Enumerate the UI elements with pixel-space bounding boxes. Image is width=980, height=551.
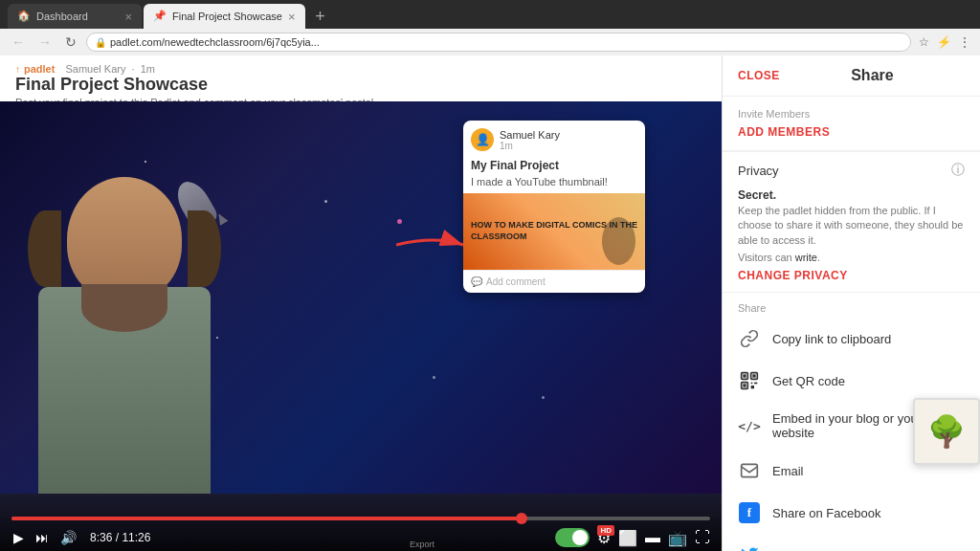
share-section-label: Share: [723, 292, 980, 318]
privacy-row: Privacy ⓘ: [723, 151, 980, 188]
tab-padlet[interactable]: 📌 Final Project Showcase ×: [144, 4, 305, 29]
share-panel: CLOSE Share Invite Members ADD MEMBERS P…: [722, 55, 980, 551]
toggle-knob: [572, 530, 588, 545]
svg-rect-5: [752, 375, 755, 378]
tree-icon: 🌳: [927, 413, 966, 450]
nav-icons: ☆ ⚡ ⋮: [917, 34, 972, 50]
fullscreen-icon[interactable]: ⛶: [695, 529, 710, 546]
add-comment-text: Add comment: [486, 276, 546, 287]
visitors-label: Visitors can: [738, 252, 792, 263]
settings-container: ⚙ HD: [597, 529, 611, 547]
cast-icon[interactable]: 📺: [668, 529, 687, 547]
post-card-header: 👤 Samuel Kary 1m: [463, 121, 645, 159]
email-label: Email: [772, 464, 804, 478]
pip-icon[interactable]: ⬜: [618, 529, 637, 547]
facebook-item[interactable]: f Share on Facebook: [723, 492, 980, 534]
close-button[interactable]: CLOSE: [738, 69, 780, 82]
svg-rect-4: [743, 375, 746, 378]
skip-button[interactable]: ⏭: [33, 528, 51, 547]
post-user-info: Samuel Kary 1m: [500, 129, 560, 151]
back-button[interactable]: ←: [8, 33, 29, 52]
video-controls: ▶ ⏭ 🔊 8:36 / 11:26 ⚙ HD ⬜: [0, 494, 722, 551]
copy-link-item[interactable]: Copy link to clipboard: [723, 318, 980, 360]
play-button[interactable]: ▶: [11, 528, 26, 547]
padlet-user-inline: Samuel Kary · 1m: [65, 63, 155, 75]
progress-fill: [11, 517, 522, 520]
share-panel-title: Share: [780, 67, 965, 84]
invite-members-label: Invite Members: [738, 108, 965, 120]
theater-icon[interactable]: ▬: [645, 529, 660, 546]
progress-dot: [516, 513, 527, 524]
svg-rect-6: [743, 385, 746, 387]
tab-bar: 🏠 Dashboard × 📌 Final Project Showcase ×…: [0, 0, 980, 29]
main-layout: ↑ padlet Samuel Kary · 1m Final Project …: [0, 55, 980, 551]
twitter-icon: [738, 543, 761, 551]
refresh-button[interactable]: ↻: [61, 33, 80, 52]
video-area: ↑ padlet Samuel Kary · 1m Final Project …: [0, 55, 722, 551]
address-text: padlet.com/newedtechclassroom/6j7qc5yia.…: [110, 36, 902, 48]
space-background: 👤 Samuel Kary 1m My Final Project I made…: [0, 101, 722, 494]
secret-description: Keep the padlet hidden from the public. …: [738, 204, 965, 248]
padlet-logo: ↑ padlet Samuel Kary · 1m: [15, 63, 706, 75]
visitors-text: Visitors can write.: [738, 252, 965, 263]
padlet-time: 1m: [141, 63, 155, 75]
forward-button[interactable]: →: [34, 33, 56, 52]
controls-row: ▶ ⏭ 🔊 8:36 / 11:26 ⚙ HD ⬜: [0, 528, 722, 547]
post-comment-area: 💬 Add comment: [463, 270, 645, 293]
browser-chrome: 🏠 Dashboard × 📌 Final Project Showcase ×…: [0, 0, 980, 55]
new-tab-button[interactable]: +: [307, 4, 334, 29]
tab-padlet-label: Final Project Showcase: [172, 11, 282, 22]
post-image-text: How to Make Digital Comics in the Classr…: [463, 212, 645, 250]
add-members-button[interactable]: ADD MEMBERS: [738, 125, 965, 139]
total-time: 11:26: [122, 531, 150, 544]
visitors-action: write: [795, 252, 817, 263]
qr-icon: [738, 369, 761, 392]
privacy-label: Privacy: [738, 164, 779, 178]
volume-button[interactable]: 🔊: [58, 528, 78, 547]
link-icon: [738, 327, 761, 350]
qr-code-label: Get QR code: [772, 374, 845, 388]
post-card: 👤 Samuel Kary 1m My Final Project I made…: [463, 121, 645, 293]
bookmark-button[interactable]: ☆: [917, 34, 931, 50]
dashboard-favicon: 🏠: [17, 10, 31, 23]
post-card-subtitle: I made a YouTube thumbnail!: [463, 176, 645, 193]
lock-icon: 🔒: [95, 37, 106, 48]
controls-right: ⚙ HD ⬜ ▬ 📺 ⛶: [555, 528, 710, 547]
address-bar[interactable]: 🔒 padlet.com/newedtechclassroom/6j7qc5yi…: [86, 33, 911, 52]
red-arrow: [396, 226, 473, 268]
time-display: 8:36 / 11:26: [90, 531, 150, 544]
nav-bar: ← → ↻ 🔒 padlet.com/newedtechclassroom/6j…: [0, 29, 980, 55]
twitter-item[interactable]: Share on Twitter: [723, 534, 980, 551]
secret-title: Secret.: [738, 188, 965, 202]
menu-button[interactable]: ⋮: [957, 34, 972, 50]
info-icon[interactable]: ⓘ: [951, 162, 965, 179]
post-card-title: My Final Project: [463, 159, 645, 176]
facebook-label: Share on Facebook: [772, 506, 880, 520]
progress-bar[interactable]: [11, 517, 710, 520]
padlet-logo-text: padlet: [24, 63, 55, 75]
svg-rect-10: [742, 465, 758, 477]
qr-code-item[interactable]: Get QR code: [723, 360, 980, 402]
tab-dashboard-close[interactable]: ×: [124, 10, 132, 24]
tab-padlet-close[interactable]: ×: [288, 10, 296, 24]
share-header: CLOSE Share: [723, 55, 980, 97]
export-label: Export: [410, 540, 434, 549]
post-username: Samuel Kary: [500, 129, 560, 141]
email-icon: [738, 459, 761, 482]
tree-thumbnail: 🌳: [913, 398, 980, 465]
person-silhouette: [0, 101, 268, 494]
tab-dashboard[interactable]: 🏠 Dashboard ×: [8, 4, 142, 29]
padlet-title: Final Project Showcase: [15, 75, 706, 95]
current-time: 8:36: [90, 531, 112, 544]
embed-icon: </>: [738, 414, 761, 437]
extensions-button[interactable]: ⚡: [935, 34, 953, 50]
secret-box: Secret. Keep the padlet hidden from the …: [723, 188, 980, 292]
change-privacy-button[interactable]: CHANGE PRIVACY: [738, 269, 965, 282]
toggle-switch[interactable]: [555, 528, 590, 547]
post-avatar: 👤: [471, 128, 494, 151]
svg-rect-9: [751, 386, 754, 388]
post-time: 1m: [500, 141, 560, 151]
comment-icon: 💬: [471, 276, 482, 287]
hd-badge: HD: [597, 525, 614, 536]
tab-dashboard-label: Dashboard: [36, 11, 119, 22]
